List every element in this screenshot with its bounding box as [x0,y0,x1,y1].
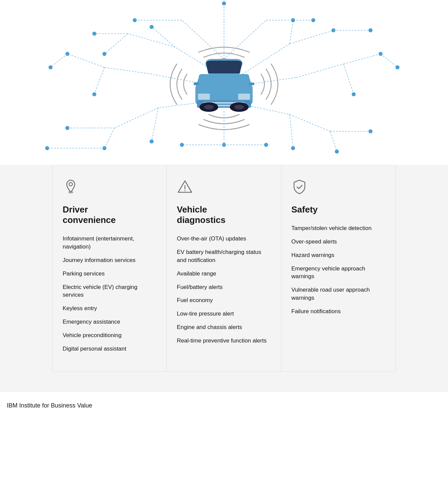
list-item: Vulnerable road user approach warnings [291,286,385,302]
list-item: Failure notifications [291,307,385,316]
list-item: Real-time preventive function alerts [177,337,271,345]
list-item: Keyless entry [63,304,156,313]
vehicle-diagnostics-list: Over-the-air (OTA) updatesEV battery hea… [177,235,271,345]
list-item: Emergency assistance [63,318,156,326]
svg-point-24 [150,139,154,143]
list-item: Electric vehicle (EV) charging services [63,283,156,299]
list-item: Hazard warnings [291,251,385,259]
list-item: Available range [177,270,271,278]
warning-icon [177,179,193,195]
svg-point-46 [395,65,399,69]
svg-point-73 [204,105,214,109]
safety-title: Safety [291,204,385,215]
list-item: Emergency vehicle approach warnings [291,265,385,281]
driver-convenience-title: Driver convenience [63,204,156,225]
safety-list: Tamper/stolen vehicle detectionOver-spee… [291,224,385,315]
list-item: Low-tire pressure alert [177,310,271,318]
svg-rect-69 [198,94,210,100]
svg-point-16 [92,92,96,96]
list-item: Engine and chassis alerts [177,323,271,331]
list-item: Fuel/battery alerts [177,283,271,291]
list-item: Over-speed alerts [291,238,385,246]
list-item: Infotainment (entertainment, navigation) [63,235,156,251]
diagram-svg [0,0,448,165]
svg-point-6 [102,52,106,56]
list-item: Over-the-air (OTA) updates [177,235,271,243]
svg-point-54 [335,150,339,154]
svg-point-27 [222,1,226,5]
list-item: Vehicle preconditioning [63,331,156,339]
shield-icon [291,179,308,195]
vehicle-diagnostics-title: Vehicle diagnostics [177,204,271,225]
list-item: Parking services [63,270,156,278]
cards-section: Driver convenience Infotainment (enterta… [0,165,448,392]
svg-point-74 [234,105,244,109]
svg-point-60 [180,143,184,147]
list-item: Tamper/stolen vehicle detection [291,224,385,232]
svg-rect-76 [249,83,254,85]
list-item: EV battery health/charging status and no… [177,248,271,264]
svg-point-4 [92,32,96,36]
svg-point-56 [291,146,295,150]
svg-rect-75 [194,83,199,85]
vehicle-diagnostics-card: Vehicle diagnostics Over-the-air (OTA) u… [167,165,281,372]
svg-point-30 [133,18,137,22]
svg-point-80 [185,190,186,191]
svg-point-62 [264,143,268,147]
diagram-area [0,0,448,165]
svg-point-20 [65,126,69,130]
svg-point-38 [369,28,373,32]
svg-point-14 [49,65,53,69]
list-item: Digital personal assistant [63,345,156,353]
svg-point-8 [150,25,154,29]
list-item: Journey information services [63,256,156,264]
svg-point-40 [291,18,295,22]
location-icon [63,179,79,195]
driver-convenience-card: Driver convenience Infotainment (enterta… [52,165,167,372]
safety-card: Safety Tamper/stolen vehicle detectionOv… [281,165,396,372]
driver-convenience-list: Infotainment (entertainment, navigation)… [63,235,156,353]
svg-point-77 [69,183,72,186]
ibm-brand: IBM Institute for Business Value [7,402,441,409]
footer: IBM Institute for Business Value [0,392,448,419]
svg-point-33 [311,18,315,22]
svg-point-52 [369,129,373,133]
list-item: Fuel economy [177,296,271,304]
svg-rect-70 [238,94,250,100]
svg-point-48 [352,92,356,96]
